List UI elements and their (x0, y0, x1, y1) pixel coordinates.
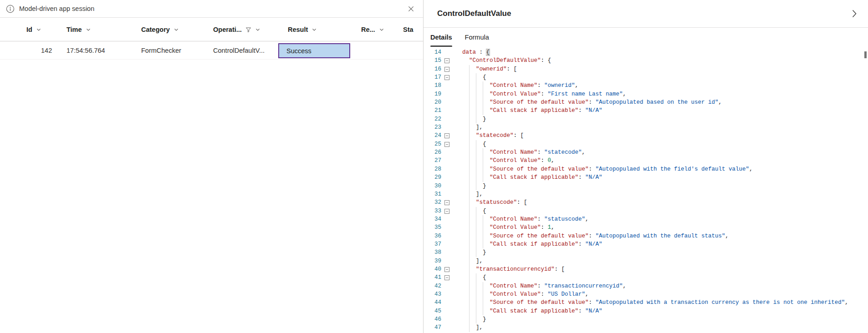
collapse-icon[interactable] (444, 142, 449, 147)
column-header-state[interactable]: Sta (403, 18, 414, 41)
collapse-icon[interactable] (444, 275, 449, 280)
column-header-time[interactable]: Time (66, 18, 91, 41)
collapse-icon[interactable] (444, 58, 449, 63)
code-line: 41{ (424, 273, 868, 282)
code-text: "Call stack if applicable": "N/A" (452, 173, 602, 182)
cell-id[interactable]: 142 (41, 42, 52, 59)
code-text: { (452, 273, 486, 282)
session-title: Model-driven app session (19, 5, 94, 12)
code-line: 23], (424, 123, 868, 131)
detail-header: ControlDefaultValue (424, 0, 868, 28)
line-number: 15 (424, 56, 441, 65)
collapse-icon[interactable] (444, 67, 449, 72)
cell-result-selected[interactable]: Success (278, 43, 350, 58)
fold-gutter (441, 198, 452, 207)
close-icon[interactable] (406, 4, 416, 14)
column-label: Sta (403, 26, 414, 33)
fold-gutter (441, 165, 452, 173)
code-text: "Control Value": "First name Last name", (452, 90, 626, 98)
line-number: 33 (424, 207, 441, 215)
fold-gutter (441, 315, 452, 323)
scrollbar-thumb[interactable] (864, 51, 867, 58)
fold-gutter (441, 48, 452, 56)
code-line: 22} (424, 115, 868, 123)
fold-gutter (441, 98, 452, 106)
fold-gutter (441, 257, 452, 265)
tab-formula[interactable]: Formula (465, 28, 489, 47)
column-label: Id (26, 26, 32, 33)
fold-gutter (441, 307, 452, 315)
line-number: 41 (424, 273, 441, 282)
code-text: } (452, 182, 486, 190)
code-text: } (452, 248, 486, 257)
code-text: "Control Name": "transactioncurrencyid", (452, 282, 626, 290)
fold-gutter (441, 232, 452, 240)
chevron-down-icon (36, 27, 41, 32)
code-line: 35"Control Value": 1, (424, 223, 868, 232)
code-text: "statuscode": [ (452, 198, 527, 207)
code-text: "Control Value": 0, (452, 156, 555, 165)
line-number: 46 (424, 315, 441, 323)
fold-gutter (441, 123, 452, 131)
tab-label: Formula (465, 34, 489, 41)
line-number: 26 (424, 148, 441, 156)
collapse-icon[interactable] (444, 133, 449, 138)
code-lines: 14data : {15"ControlDefaultValue": {16"o… (424, 48, 868, 332)
fold-gutter (441, 265, 452, 273)
fold-gutter (441, 273, 452, 282)
code-editor[interactable]: 14data : {15"ControlDefaultValue": {16"o… (424, 47, 868, 333)
code-text: ], (452, 323, 483, 332)
column-label: Time (66, 26, 82, 33)
tab-details[interactable]: Details (430, 28, 452, 47)
code-text: "statecode": [ (452, 131, 524, 140)
chevron-down-icon (174, 27, 179, 32)
fold-gutter (441, 90, 452, 98)
code-text: "Call stack if applicable": "N/A" (452, 106, 602, 115)
detail-tabs: Details Formula (424, 28, 868, 47)
collapse-icon[interactable] (444, 267, 449, 272)
code-line: 15"ControlDefaultValue": { (424, 56, 868, 65)
code-text: } (452, 115, 486, 123)
code-text: "Control Name": "statuscode", (452, 215, 589, 223)
fold-gutter (441, 148, 452, 156)
fold-gutter (441, 248, 452, 257)
cell-operation[interactable]: ControlDefaultV... (213, 42, 265, 59)
code-line: 30} (424, 182, 868, 190)
table-row[interactable]: 142 17:54:56.764 FormChecker ControlDefa… (0, 42, 423, 60)
cell-category[interactable]: FormChecker (141, 42, 181, 59)
fold-gutter (441, 81, 452, 90)
line-number: 32 (424, 198, 441, 207)
code-line: 38} (424, 248, 868, 257)
code-line: 32"statuscode": [ (424, 198, 868, 207)
filter-icon (245, 27, 251, 33)
line-number: 37 (424, 240, 441, 248)
collapse-icon[interactable] (444, 75, 449, 80)
code-text: "Control Name": "statecode", (452, 148, 585, 156)
column-label: Operati... (213, 26, 242, 33)
column-header-id[interactable]: Id (26, 18, 41, 41)
fold-gutter (441, 156, 452, 165)
line-number: 28 (424, 165, 441, 173)
line-number: 36 (424, 232, 441, 240)
cell-time[interactable]: 17:54:56.764 (66, 42, 105, 59)
line-number: 34 (424, 215, 441, 223)
fold-gutter (441, 215, 452, 223)
code-line: 16"ownerid": [ (424, 65, 868, 73)
code-text: { (452, 207, 486, 215)
column-header-related[interactable]: Re... (361, 18, 384, 41)
code-line: 39], (424, 257, 868, 265)
collapse-icon[interactable] (444, 209, 449, 214)
code-line: 40"transactioncurrencyid": [ (424, 265, 868, 273)
line-number: 17 (424, 73, 441, 81)
info-icon[interactable] (6, 5, 15, 13)
column-header-result[interactable]: Result (288, 18, 317, 41)
fold-gutter (441, 73, 452, 81)
code-text: ], (452, 190, 483, 198)
collapse-icon[interactable] (444, 200, 449, 205)
chevron-right-icon[interactable] (849, 8, 860, 19)
column-header-category[interactable]: Category (141, 18, 179, 41)
code-line: 34"Control Name": "statuscode", (424, 215, 868, 223)
column-header-operation[interactable]: Operati... (213, 18, 260, 41)
fold-gutter (441, 173, 452, 182)
code-text: data : { (452, 48, 490, 56)
